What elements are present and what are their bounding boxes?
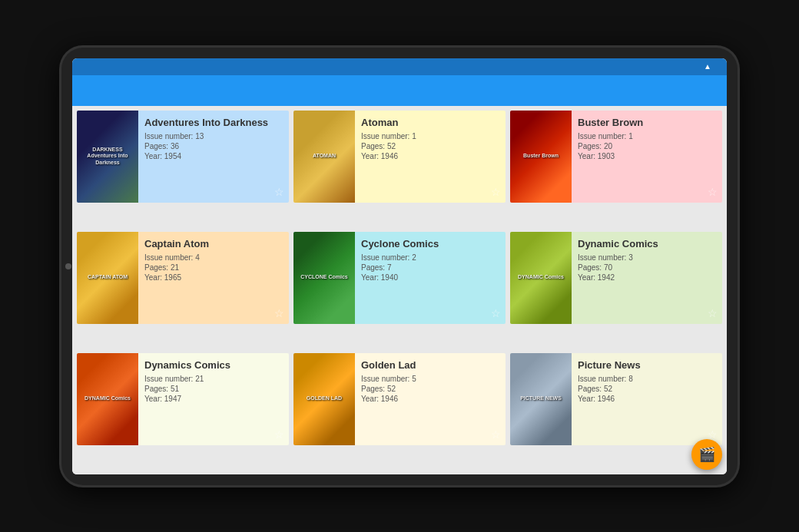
- comic-year-captain: Year: 1965: [144, 273, 283, 282]
- comic-cover-captain: CAPTAIN ATOM: [77, 232, 138, 324]
- comic-issue-atoman: Issue number: 1: [361, 132, 499, 140]
- star-button-captain[interactable]: ☆: [274, 307, 284, 319]
- cover-label-dynamics: DYNAMIC Comics: [83, 394, 132, 403]
- comic-cover-buster: Buster Brown: [510, 111, 572, 203]
- comic-pages-adventures: Pages: 36: [144, 142, 283, 150]
- comic-info-dynamics: Dynamics Comics Issue number: 21 Pages: …: [138, 353, 289, 445]
- comic-info-captain: Captain Atom Issue number: 4 Pages: 21 Y…: [138, 232, 289, 324]
- cover-label-adventures: DARKNESS Adventures Into Darkness: [77, 145, 138, 167]
- cover-label-golden: GOLDEN LAD: [305, 394, 343, 403]
- comic-card-picture[interactable]: PICTURE NEWS Picture News Issue number: …: [510, 353, 722, 445]
- comic-title-dynamics: Dynamics Comics: [144, 359, 283, 372]
- cover-label-buster: Buster Brown: [522, 151, 560, 160]
- cover-label-dynamic: DYNAMIC Comics: [516, 273, 565, 282]
- comic-card-buster[interactable]: Buster Brown Buster Brown Issue number: …: [510, 111, 722, 203]
- comic-title-dynamic: Dynamic Comics: [578, 238, 716, 250]
- status-icons: ▲: [704, 62, 719, 71]
- comic-info-golden: Golden Lad Issue number: 5 Pages: 52 Yea…: [355, 353, 506, 445]
- comic-issue-dynamics: Issue number: 21: [144, 375, 283, 383]
- comic-issue-captain: Issue number: 4: [144, 253, 283, 262]
- comic-cover-dynamics: DYNAMIC Comics: [77, 353, 138, 445]
- comic-card-captain[interactable]: CAPTAIN ATOM Captain Atom Issue number: …: [77, 232, 289, 324]
- star-button-buster[interactable]: ☆: [708, 186, 718, 198]
- comic-pages-dynamics: Pages: 51: [144, 385, 283, 393]
- comic-info-dynamic: Dynamic Comics Issue number: 3 Pages: 70…: [572, 232, 722, 324]
- comic-title-cyclone: Cyclone Comics: [361, 238, 499, 250]
- comic-issue-cyclone: Issue number: 2: [361, 253, 499, 262]
- comic-year-atoman: Year: 1946: [361, 152, 499, 160]
- fab-icon: 🎬: [698, 446, 715, 463]
- comic-year-cyclone: Year: 1940: [361, 273, 499, 282]
- cover-label-captain: CAPTAIN ATOM: [86, 273, 129, 282]
- comic-year-dynamics: Year: 1947: [144, 395, 283, 403]
- comic-cover-picture: PICTURE NEWS: [510, 353, 572, 445]
- fab-button[interactable]: 🎬: [691, 439, 722, 470]
- comic-info-cyclone: Cyclone Comics Issue number: 2 Pages: 7 …: [355, 232, 506, 324]
- comic-card-atoman[interactable]: ATOMAN Atoman Issue number: 1 Pages: 52 …: [293, 111, 506, 203]
- comic-info-picture: Picture News Issue number: 8 Pages: 52 Y…: [572, 353, 722, 445]
- status-bar: ▲: [72, 58, 727, 75]
- comic-info-adventures: Adventures Into Darkness Issue number: 1…: [138, 111, 289, 203]
- comic-cover-golden: GOLDEN LAD: [293, 353, 355, 445]
- app-bar: [72, 75, 727, 106]
- comic-issue-buster: Issue number: 1: [578, 132, 716, 140]
- star-button-picture[interactable]: ☆: [708, 428, 718, 441]
- comic-cover-dynamic: DYNAMIC Comics: [510, 232, 572, 324]
- comic-issue-dynamic: Issue number: 3: [578, 253, 716, 262]
- comic-pages-picture: Pages: 52: [578, 385, 716, 393]
- comic-card-golden[interactable]: GOLDEN LAD Golden Lad Issue number: 5 Pa…: [293, 353, 506, 445]
- wifi-icon: ▲: [704, 62, 711, 71]
- comic-card-dynamic[interactable]: DYNAMIC Comics Dynamic Comics Issue numb…: [510, 232, 722, 324]
- comic-cover-adventures: DARKNESS Adventures Into Darkness: [77, 111, 138, 203]
- home-button[interactable]: [65, 263, 71, 269]
- comic-year-adventures: Year: 1954: [144, 152, 283, 160]
- star-button-adventures[interactable]: ☆: [274, 186, 284, 198]
- comic-title-adventures: Adventures Into Darkness: [144, 117, 283, 129]
- comic-cover-cyclone: CYCLONE Comics: [293, 232, 355, 324]
- comic-info-buster: Buster Brown Issue number: 1 Pages: 20 Y…: [572, 111, 722, 203]
- cover-label-atoman: ATOMAN: [311, 151, 337, 160]
- comic-title-buster: Buster Brown: [578, 117, 716, 129]
- comic-card-adventures[interactable]: DARKNESS Adventures Into Darkness Advent…: [77, 111, 289, 203]
- comic-year-buster: Year: 1903: [578, 152, 716, 160]
- comic-pages-cyclone: Pages: 7: [361, 263, 499, 272]
- comic-year-dynamic: Year: 1942: [578, 273, 716, 282]
- star-button-cyclone[interactable]: ☆: [491, 307, 501, 319]
- comic-title-picture: Picture News: [578, 359, 716, 372]
- comic-pages-golden: Pages: 52: [361, 385, 499, 393]
- comics-grid: DARKNESS Adventures Into Darkness Advent…: [72, 106, 727, 474]
- comic-year-picture: Year: 1946: [578, 395, 716, 403]
- comic-title-captain: Captain Atom: [144, 238, 283, 250]
- star-button-atoman[interactable]: ☆: [491, 186, 501, 198]
- star-button-dynamics[interactable]: ☆: [274, 428, 284, 441]
- comic-issue-golden: Issue number: 5: [361, 375, 499, 383]
- comic-cover-atoman: ATOMAN: [293, 111, 355, 203]
- comic-title-golden: Golden Lad: [361, 359, 499, 372]
- star-button-golden[interactable]: ☆: [491, 428, 501, 441]
- star-button-dynamic[interactable]: ☆: [708, 307, 718, 319]
- cover-label-picture: PICTURE NEWS: [519, 394, 563, 403]
- comic-issue-picture: Issue number: 8: [578, 375, 716, 383]
- comic-card-dynamics[interactable]: DYNAMIC Comics Dynamics Comics Issue num…: [77, 353, 289, 445]
- device: ▲ DARKNESS Adventures Into Darkness Adve…: [61, 48, 738, 485]
- comic-year-golden: Year: 1946: [361, 395, 499, 403]
- comic-title-atoman: Atoman: [361, 117, 499, 129]
- device-screen: ▲ DARKNESS Adventures Into Darkness Adve…: [72, 58, 727, 474]
- cover-label-cyclone: CYCLONE Comics: [299, 273, 349, 282]
- comic-pages-captain: Pages: 21: [144, 263, 283, 272]
- comic-pages-dynamic: Pages: 70: [578, 263, 716, 272]
- comic-card-cyclone[interactable]: CYCLONE Comics Cyclone Comics Issue numb…: [293, 232, 506, 324]
- comic-pages-atoman: Pages: 52: [361, 142, 499, 150]
- comic-info-atoman: Atoman Issue number: 1 Pages: 52 Year: 1…: [355, 111, 506, 203]
- comic-pages-buster: Pages: 20: [578, 142, 716, 150]
- comic-issue-adventures: Issue number: 13: [144, 132, 283, 140]
